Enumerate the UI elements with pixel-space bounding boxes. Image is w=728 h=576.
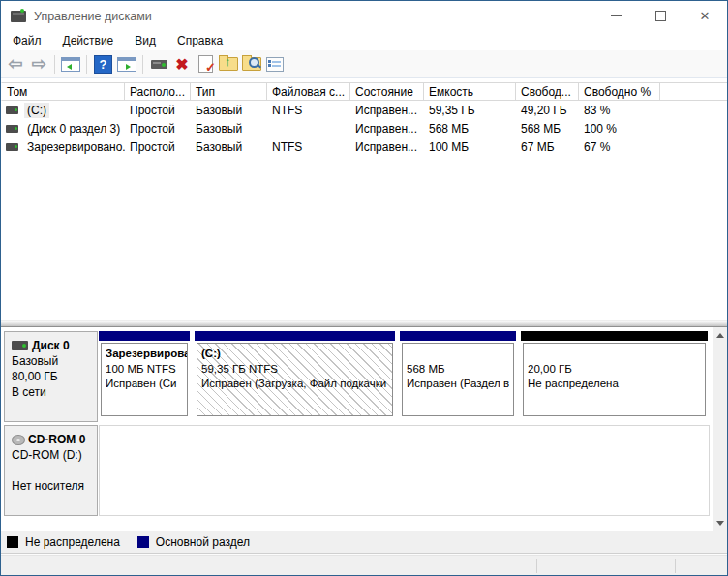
cdrom0-media-status: Нет носителя: [12, 478, 95, 494]
cell-free_pct: 67 %: [579, 140, 660, 154]
app-disk-icon[interactable]: [11, 11, 26, 22]
partition-size-line: 568 МБ: [407, 362, 509, 378]
partition-2[interactable]: 568 МБИсправен (Раздел в: [400, 331, 516, 422]
forward-icon[interactable]: ⇨: [27, 52, 50, 76]
toolbar-separator: [142, 55, 143, 74]
cell-free: 568 МБ: [516, 122, 579, 136]
cell-capacity: 59,35 ГБ: [424, 104, 516, 117]
help-icon[interactable]: ?: [94, 55, 112, 74]
volume-row-2[interactable]: Зарезервировано...ПростойБазовыйNTFSИспр…: [1, 137, 727, 156]
cdrom-icon: [12, 435, 25, 445]
cell-type: Базовый: [191, 140, 267, 154]
disk0-header-panel[interactable]: Диск 0 Базовый 80,00 ГБ В сети: [4, 331, 98, 422]
close-button[interactable]: ✕: [682, 1, 727, 31]
column-header-8[interactable]: [660, 82, 727, 101]
properties-icon[interactable]: ✓: [194, 52, 217, 76]
console-tree-icon[interactable]: [59, 52, 82, 76]
cell-layout: Простой: [125, 122, 191, 136]
cell-free: 67 МБ: [516, 140, 579, 154]
rescan-disks-icon[interactable]: [147, 52, 170, 76]
column-header-4[interactable]: Состояние: [350, 82, 424, 101]
partition-1[interactable]: (C:)59,35 ГБ NTFSИсправен (Загрузка, Фай…: [195, 331, 395, 422]
column-header-2[interactable]: Тип: [191, 82, 267, 101]
close-icon: ✕: [700, 10, 711, 22]
legend-label: Не распределена: [25, 535, 120, 549]
menu-item-2[interactable]: Вид: [124, 32, 167, 49]
cdrom0-spacer: [12, 463, 95, 478]
minimize-icon: [611, 15, 622, 16]
back-icon[interactable]: ⇦: [4, 52, 27, 76]
menu-item-1[interactable]: Действие: [52, 32, 125, 49]
partition-3[interactable]: 20,00 ГБНе распределена: [521, 331, 708, 422]
scroll-down-button[interactable]: [713, 515, 727, 531]
delete-icon[interactable]: ✖: [170, 52, 194, 76]
menu-item-0[interactable]: Файл: [2, 32, 52, 49]
cell-free_pct: 83 %: [579, 104, 660, 117]
column-header-1[interactable]: Располо...: [125, 82, 191, 101]
window-title: Управление дисками: [34, 10, 152, 23]
cell-free: 49,20 ГБ: [516, 104, 579, 117]
cell-status: Исправен...: [350, 104, 424, 117]
volume-row-1[interactable]: (Диск 0 раздел 3)ПростойБазовыйИсправен.…: [1, 119, 727, 137]
graphical-view-scrollbar[interactable]: [713, 327, 727, 531]
partition-status-line: Исправен (Загрузка, Файл подкачки: [201, 377, 388, 392]
cell-status: Исправен...: [350, 122, 424, 136]
partition-color-bar: [400, 331, 516, 341]
partition-status-line: Исправен (Раздел в: [407, 377, 509, 392]
status-bar-divider: [536, 559, 537, 573]
explore-icon[interactable]: [240, 52, 263, 76]
partition-size-line: 20,00 ГБ: [528, 362, 701, 378]
disk0-status: В сети: [12, 384, 95, 400]
cell-free_pct: 100 %: [579, 122, 660, 136]
volume-drive-icon: [6, 143, 18, 151]
legend-bar: Не распределенаОсновной раздел: [1, 531, 727, 553]
action-pane-icon[interactable]: [115, 52, 138, 76]
partition-title: [528, 347, 701, 362]
column-header-5[interactable]: Емкость: [424, 82, 516, 101]
checklist-icon[interactable]: [263, 52, 287, 76]
disk-management-window: Управление дисками ✕ ФайлДействиеВидСпра…: [0, 0, 728, 576]
column-header-0[interactable]: Том: [1, 82, 125, 101]
cell-volume: (Диск 0 раздел 3): [1, 121, 125, 136]
partition-info-box: 20,00 ГБНе распределена: [523, 343, 706, 416]
disk-drive-icon: [12, 341, 28, 350]
cell-capacity: 568 МБ: [424, 122, 516, 136]
partition-color-bar: [521, 331, 708, 341]
chevron-up-icon: [716, 333, 724, 338]
maximize-button[interactable]: [638, 1, 682, 31]
partition-info-box: 568 МБИсправен (Раздел в: [402, 343, 514, 416]
partition-color-bar: [195, 331, 395, 341]
volume-name: (Диск 0 раздел 3): [24, 121, 123, 136]
volume-drive-icon: [6, 106, 18, 114]
partition-size-line: 59,35 ГБ NTFS: [201, 362, 388, 378]
column-header-3[interactable]: Файловая с...: [267, 82, 350, 101]
partition-0[interactable]: Зарезервировано100 МБ NTFSИсправен (Си: [99, 331, 190, 422]
pane-splitter[interactable]: [1, 320, 727, 327]
column-header-7[interactable]: Свободно %: [579, 82, 660, 101]
cdrom0-media-area[interactable]: [99, 425, 710, 516]
cdrom0-header-panel[interactable]: CD-ROM 0 CD-ROM (D:) Нет носителя: [4, 425, 98, 516]
column-header-6[interactable]: Свобод...: [516, 82, 579, 101]
partition-title: (C:): [201, 347, 388, 362]
volume-list-pane: ТомРасполо...ТипФайловая с...СостояниеЕм…: [1, 82, 727, 320]
minimize-button[interactable]: [593, 1, 638, 31]
volume-name: Зарезервировано...: [24, 139, 125, 155]
partition-size-line: 100 МБ NTFS: [106, 362, 183, 378]
cell-status: Исправен...: [350, 140, 424, 154]
partition-status-line: Исправен (Си: [106, 377, 183, 392]
scroll-up-button[interactable]: [713, 327, 727, 343]
cdrom0-name: CD-ROM 0: [28, 432, 85, 447]
cell-volume: (C:): [1, 103, 125, 118]
open-folder-icon[interactable]: ↑: [217, 52, 240, 76]
menu-item-3[interactable]: Справка: [167, 32, 233, 49]
volume-row-0[interactable]: (C:)ПростойБазовыйNTFSИсправен...59,35 Г…: [1, 101, 727, 119]
cdrom0-letter: CD-ROM (D:): [12, 447, 95, 463]
chevron-down-icon: [716, 521, 724, 526]
disk0-name: Диск 0: [32, 338, 70, 353]
cell-fs: NTFS: [267, 104, 350, 117]
legend-label: Основной раздел: [156, 535, 250, 549]
legend-swatch: [137, 536, 149, 548]
toolbar-separator: [54, 55, 55, 74]
title-bar[interactable]: Управление дисками ✕: [1, 1, 727, 31]
cell-fs: NTFS: [267, 140, 350, 154]
